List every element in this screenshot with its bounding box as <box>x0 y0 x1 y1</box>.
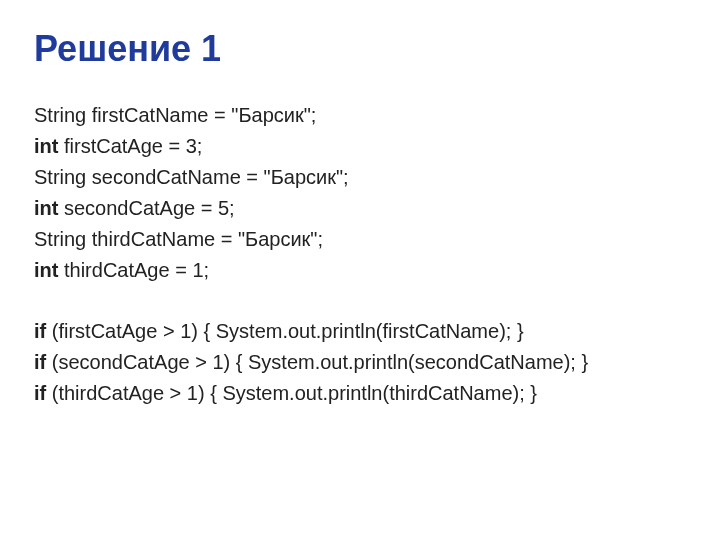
code-text: String firstCatName = "Барсик"; <box>34 104 316 126</box>
code-line: if (firstCatAge > 1) { System.out.printl… <box>34 316 686 347</box>
slide: Решение 1 String firstCatName = "Барсик"… <box>0 0 720 540</box>
keyword-int: int <box>34 259 58 281</box>
keyword-if: if <box>34 382 46 404</box>
code-text: String secondCatName = "Барсик"; <box>34 166 349 188</box>
code-line: String thirdCatName = "Барсик"; <box>34 224 686 255</box>
code-line: String firstCatName = "Барсик"; <box>34 100 686 131</box>
code-text: firstCatAge = 3; <box>58 135 202 157</box>
code-line: if (secondCatAge > 1) { System.out.print… <box>34 347 686 378</box>
keyword-if: if <box>34 320 46 342</box>
keyword-int: int <box>34 197 58 219</box>
code-text: thirdCatAge = 1; <box>58 259 209 281</box>
code-line: int firstCatAge = 3; <box>34 131 686 162</box>
code-line: int secondCatAge = 5; <box>34 193 686 224</box>
keyword-int: int <box>34 135 58 157</box>
code-line: String secondCatName = "Барсик"; <box>34 162 686 193</box>
code-text: (thirdCatAge > 1) { System.out.println(t… <box>46 382 537 404</box>
code-text: (firstCatAge > 1) { System.out.println(f… <box>46 320 523 342</box>
code-text: (secondCatAge > 1) { System.out.println(… <box>46 351 588 373</box>
code-text: secondCatAge = 5; <box>58 197 234 219</box>
code-line: int thirdCatAge = 1; <box>34 255 686 286</box>
slide-title: Решение 1 <box>34 28 686 70</box>
code-line: if (thirdCatAge > 1) { System.out.printl… <box>34 378 686 409</box>
keyword-if: if <box>34 351 46 373</box>
blank-line <box>34 286 686 316</box>
code-text: String thirdCatName = "Барсик"; <box>34 228 323 250</box>
code-block: String firstCatName = "Барсик"; int firs… <box>34 100 686 409</box>
